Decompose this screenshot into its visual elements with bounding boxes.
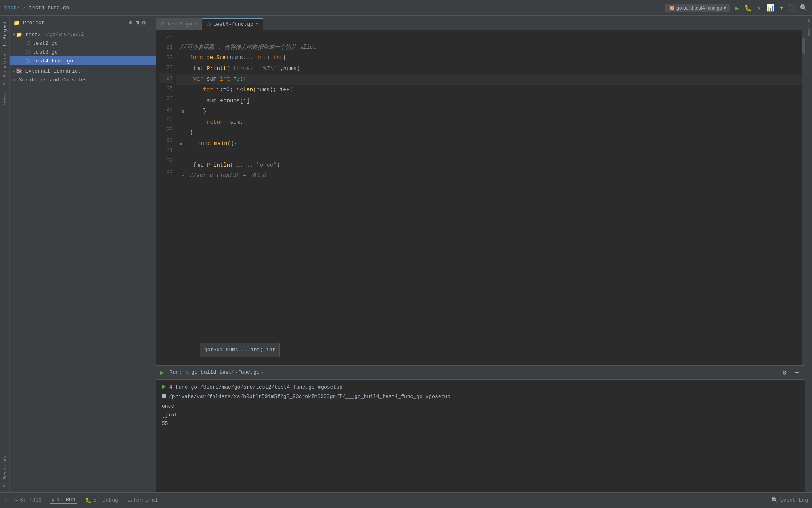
bottom-tab-terminal[interactable]: ▭ Terminal xyxy=(126,497,160,504)
fold-icon-30[interactable]: ⊟ xyxy=(188,139,194,150)
database-label[interactable]: Database xyxy=(807,16,811,39)
sidebar-collapse-icon[interactable]: ≡ xyxy=(4,497,7,504)
run-output-once: once xyxy=(162,402,799,411)
run-label: Run: xyxy=(170,369,182,375)
breadcrumb-file: test4-func.go xyxy=(29,5,69,11)
bottom-tab-run[interactable]: ▶ 4: Run xyxy=(50,497,78,504)
debug-button[interactable]: 🐛 xyxy=(744,4,753,12)
run-tab-file-icon: ⬡ xyxy=(186,369,190,375)
project-name: test2 xyxy=(25,32,41,38)
go-file-icon: ⬡ xyxy=(25,40,30,46)
code-content[interactable]: //可变参函数 : 会将传入的数据做成一个切片 slice ⊟ func get… xyxy=(176,30,802,365)
run-stop-icon xyxy=(162,394,166,398)
bottom-right: 🔍 Event Log xyxy=(771,497,808,504)
new-folder-icon[interactable]: ⊞ xyxy=(136,19,139,26)
run-line-icon[interactable]: ▶ xyxy=(180,141,183,147)
coverage-button[interactable]: ⚡ xyxy=(755,4,764,12)
go-icon: ⬡ xyxy=(161,21,165,27)
file-tree: ▼ 📁 test2 ~/go/src/test2 ⬡ test2.go ⬡ te… xyxy=(10,30,156,84)
search-icon-bottom[interactable]: 🔍 xyxy=(771,497,778,504)
file-test2go[interactable]: ⬡ test2.go xyxy=(10,39,156,48)
search-button[interactable]: 🔍 xyxy=(799,4,808,12)
run-play-icon: ▶ xyxy=(160,369,164,377)
editor-tabs: ⬡ test3.go ✕ ⬡ test4-func.go ✕ xyxy=(156,16,805,30)
run-panel-settings[interactable]: ⚙ xyxy=(780,368,789,377)
file-test3go[interactable]: ⬡ test3.go xyxy=(10,48,156,56)
tab-close-test4-func-go[interactable]: ✕ xyxy=(256,22,258,27)
todo-icon: ≡ xyxy=(15,497,18,503)
go-file-icon: 🐹 xyxy=(669,5,675,11)
go-file-icon: ⬡ xyxy=(25,58,30,64)
run-config-button[interactable]: 🐹 go build test4-func.go ▾ xyxy=(665,4,730,12)
folder-icon: 📁 xyxy=(13,20,20,26)
sidebar-header: 📁 Project ⊕ ⊞ ⚙ — xyxy=(10,16,156,30)
project-path: ~/go/src/test2 xyxy=(44,32,84,37)
line-numbers: 20 21 22 23 24 25 26 27 28 29 30 31 32 3… xyxy=(156,30,176,365)
sidebar-item-favorites[interactable]: 2: Favorites xyxy=(1,453,9,491)
breadcrumb-project[interactable]: test2 xyxy=(4,5,19,11)
code-line-26: sum +=nums[i] xyxy=(180,96,798,106)
tab-close-test3go[interactable]: ✕ xyxy=(194,21,197,26)
file-test4-func-go[interactable]: ⬡ test4-func.go xyxy=(10,56,156,65)
code-line-30: ▶ ⊟ func main(){ xyxy=(180,139,798,150)
go-file-icon: ⬡ xyxy=(25,49,30,55)
titlebar-right: 🐹 go build test4-func.go ▾ ▶ 🐛 ⚡ 📊 ▾ ⬛ 🔍 xyxy=(665,4,808,12)
run-icon: ▶ xyxy=(52,497,55,503)
run-tab-close[interactable]: ✕ xyxy=(261,370,264,375)
run-panel-minimize[interactable]: — xyxy=(792,368,801,377)
main-layout: 1: Project 2: Structure Learn 2: Favorit… xyxy=(0,16,812,492)
sidebar-item-learn[interactable]: Learn xyxy=(1,89,9,109)
debug-icon: 🐛 xyxy=(85,497,92,504)
code-line-27: ⊟ } xyxy=(180,106,798,117)
fold-icon-25[interactable]: ⊟ xyxy=(180,85,186,96)
code-line-25: ⊟ for i:=0; i<len(nums); i++{ xyxy=(180,85,798,96)
bottom-tab-todo[interactable]: ≡ 6: TODO xyxy=(13,497,44,503)
fold-icon-27[interactable]: ⊟ xyxy=(180,107,186,117)
editor-area: ⬡ test3.go ✕ ⬡ test4-func.go ✕ 20 21 22 … xyxy=(156,16,805,492)
code-line-32: fmt.Println( a...: "once") xyxy=(180,160,798,170)
event-log-label[interactable]: Event Log xyxy=(780,497,808,503)
sidebar-item-project[interactable]: 1: Project xyxy=(1,17,9,50)
tab-test3go[interactable]: ⬡ test3.go ✕ xyxy=(156,18,202,30)
stop-button[interactable]: ⬛ xyxy=(788,4,797,12)
dropdown-arrow-icon: ▾ xyxy=(724,5,726,11)
sidebar-item-structure[interactable]: 2: Structure xyxy=(1,51,9,89)
titlebar: test2 › test4-func.go 🐹 go build test4-f… xyxy=(0,0,812,16)
profile-button[interactable]: 📊 xyxy=(766,4,775,12)
fold-icon-29[interactable]: ⊟ xyxy=(180,128,186,139)
code-editor[interactable]: 20 21 22 23 24 25 26 27 28 29 30 31 32 3… xyxy=(156,30,805,365)
editor-scrollbar[interactable] xyxy=(802,30,805,365)
sidebar: 📁 Project ⊕ ⊞ ⚙ — ▼ 📁 test2 ~/go/src/tes… xyxy=(10,16,156,492)
sidebar-title: Project xyxy=(23,20,126,26)
code-line-29: ⊟ } xyxy=(180,127,798,139)
scrollbar-thumb[interactable] xyxy=(802,38,805,54)
expand-arrow: ▶ xyxy=(13,69,15,73)
run-output-line-1: ▶ 4_func_go /Users/mac/go/src/test2/test… xyxy=(162,383,799,392)
code-line-28: return sum; xyxy=(180,117,798,127)
autocomplete-popup: getSum(nums ...int) int xyxy=(200,343,280,357)
code-line-20 xyxy=(180,32,798,42)
scratches-and-consoles[interactable]: ✏ Scratches and Consoles xyxy=(10,75,156,84)
code-line-24: var sum int =0;| xyxy=(176,74,802,85)
run-play-small-icon: ▶ xyxy=(162,382,166,391)
fold-icon-22[interactable]: ⊟ xyxy=(180,53,186,64)
run-output-intslice: []int xyxy=(162,411,799,419)
settings-icon[interactable]: ⚙ xyxy=(142,19,145,26)
fold-icon-33[interactable]: ⊟ xyxy=(180,171,186,181)
run-output: ▶ 4_func_go /Users/mac/go/src/test2/test… xyxy=(156,380,805,492)
run-panel-toolbar: ⚙ — xyxy=(780,368,801,377)
tab-test4-func-go[interactable]: ⬡ test4-func.go ✕ xyxy=(202,18,263,30)
profile-dropdown[interactable]: ▾ xyxy=(777,4,786,12)
run-button[interactable]: ▶ xyxy=(733,4,741,12)
new-file-icon[interactable]: ⊕ xyxy=(129,19,132,26)
project-root[interactable]: ▼ 📁 test2 ~/go/src/test2 xyxy=(10,30,156,39)
run-tab-main[interactable]: ⬡ go build test4-func.go ✕ xyxy=(186,369,264,375)
bottom-toolbar: ≡ ≡ 6: TODO ▶ 4: Run 🐛 5: Debug ▭ Termin… xyxy=(0,492,812,508)
minimize-icon[interactable]: — xyxy=(149,20,152,26)
terminal-icon: ▭ xyxy=(128,497,132,504)
bottom-tab-debug[interactable]: 🐛 5: Debug xyxy=(83,497,120,504)
run-output-55: 55 xyxy=(162,419,799,428)
external-libraries[interactable]: ▶ 📚 External Libraries xyxy=(10,67,156,75)
collapse-arrow: ▼ xyxy=(13,33,15,37)
scratches-icon: ✏ xyxy=(13,77,16,83)
